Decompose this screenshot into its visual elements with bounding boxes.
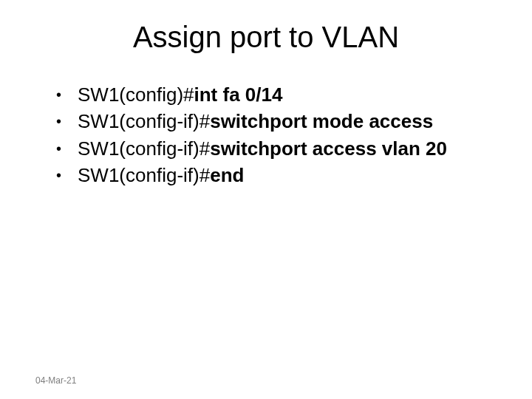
- command-text: switchport mode access: [210, 110, 433, 132]
- list-item: SW1(config-if)#end: [53, 163, 488, 188]
- slide-title: Assign port to VLAN: [44, 21, 488, 54]
- command-prefix: SW1(config-if)#: [78, 137, 210, 160]
- list-item-text: SW1(config)#int fa 0/14: [78, 82, 282, 107]
- slide-container: Assign port to VLAN SW1(config)#int fa 0…: [0, 0, 532, 399]
- command-text: int fa 0/14: [194, 83, 283, 106]
- list-item-text: SW1(config-if)#switchport mode access: [78, 109, 433, 134]
- list-item-text: SW1(config-if)#end: [78, 163, 244, 188]
- slide-content: SW1(config)#int fa 0/14 SW1(config-if)#s…: [44, 82, 488, 188]
- command-prefix: SW1(config-if)#: [78, 110, 210, 132]
- command-prefix: SW1(config)#: [78, 83, 194, 106]
- list-item: SW1(config-if)#switchport access vlan 20: [53, 136, 488, 161]
- list-item: SW1(config)#int fa 0/14: [53, 82, 488, 107]
- command-prefix: SW1(config-if)#: [78, 164, 210, 186]
- command-text: end: [210, 164, 244, 186]
- bullet-list: SW1(config)#int fa 0/14 SW1(config-if)#s…: [53, 82, 488, 188]
- footer-date: 04-Mar-21: [35, 375, 76, 386]
- command-text: switchport access vlan 20: [210, 137, 447, 160]
- list-item: SW1(config-if)#switchport mode access: [53, 109, 488, 134]
- list-item-text: SW1(config-if)#switchport access vlan 20: [78, 136, 447, 161]
